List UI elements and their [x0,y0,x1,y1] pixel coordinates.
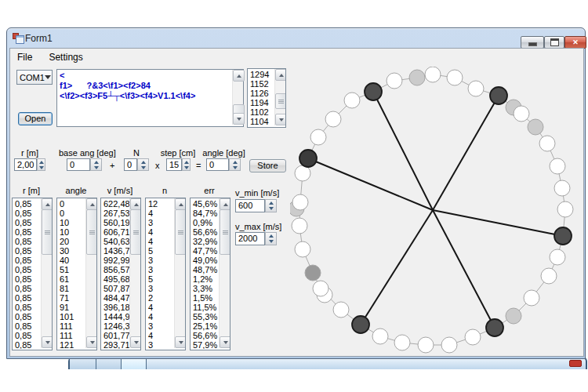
ring-node-selected[interactable] [490,87,507,104]
list-row[interactable]: 495,68 [101,274,129,284]
readings-scrollbar[interactable] [274,69,285,125]
list-row[interactable]: 3 [146,265,174,274]
list-row[interactable]: 32,9% [191,237,219,246]
scroll-down-icon[interactable] [233,113,245,125]
ring-node[interactable] [425,67,441,82]
list-row[interactable]: 45,6% [191,199,219,209]
list-row[interactable]: 396,18 [101,303,129,312]
list-row[interactable]: 606,71 [101,227,129,237]
v-list[interactable]: 622,48267,53560,19606,71540,631436,7992,… [100,198,141,350]
list-row[interactable]: 0,85 [13,274,41,284]
ring-node[interactable] [305,265,321,281]
ring-node[interactable] [344,93,360,108]
list-row[interactable]: 20 [57,237,85,246]
r-list[interactable]: 0,850,850,850,850,850,850,850,850,850,85… [12,198,53,350]
minimize-button[interactable] [521,36,544,49]
list-row[interactable]: 3 [146,218,174,227]
list-row[interactable]: 507,87 [101,284,129,293]
ring-node[interactable] [292,218,307,234]
list-row[interactable]: 0,85 [13,321,41,331]
list-row[interactable]: 5 [146,246,174,256]
list-row[interactable]: 0,85 [13,265,41,274]
list-row[interactable]: 48,7% [191,265,219,274]
ring-node[interactable] [292,194,308,210]
ring-node[interactable] [441,337,457,353]
background-window-tab-active[interactable] [122,358,147,369]
step-stepper[interactable]: 15 [166,158,191,171]
list-row[interactable]: 293,71 [101,340,129,349]
background-window-tab[interactable] [96,358,122,369]
err-list[interactable]: 45,6%84,7%0,9%56,6%32,9%47,7%49,0%48,7%1… [190,198,230,350]
scroll-down-icon[interactable] [130,336,141,348]
list-row[interactable]: 4 [146,312,174,321]
angle-list[interactable]: 0010102030405161817191101111111121 [56,198,97,350]
list-scrollbar[interactable] [219,198,230,348]
list-row[interactable]: 56,6% [191,227,219,237]
list-row[interactable]: 4 [146,227,174,237]
list-scrollbar[interactable] [41,198,52,348]
list-row[interactable]: 0,85 [13,256,41,265]
list-row[interactable]: 992,99 [101,256,129,265]
scroll-down-icon[interactable] [220,336,230,348]
scroll-up-icon[interactable] [42,198,53,210]
v-max-value[interactable]: 2000 [235,232,265,245]
list-row[interactable]: 1,5% [191,293,219,303]
list-row[interactable]: 111 [57,321,85,331]
ring-node[interactable] [550,249,565,265]
list-row[interactable]: 0,85 [13,218,41,227]
list-row[interactable]: 560,19 [101,218,129,227]
list-row[interactable]: 3 [146,321,174,331]
list-row[interactable]: 25,1% [191,321,219,331]
background-window-close-icon[interactable] [569,360,582,367]
list-row[interactable]: 1,2% [191,274,219,284]
base-ang-stepper[interactable]: 0 [67,158,102,171]
ring-node-selected[interactable] [365,83,382,100]
list-row[interactable]: 61 [57,274,85,284]
ring-node[interactable] [539,136,555,151]
list-row[interactable]: 49,0% [191,256,219,265]
scrollbar-thumb[interactable] [220,209,230,255]
ring-node[interactable] [394,335,410,350]
ring-node[interactable] [372,328,388,344]
list-row[interactable]: 0,85 [13,340,41,349]
spinner-icon[interactable] [90,158,102,171]
v-min-stepper[interactable]: 600 [235,199,277,212]
scrollbar-thumb[interactable] [130,209,141,255]
ring-node[interactable] [310,129,326,145]
maximize-button[interactable] [544,36,564,49]
ring-node-selected[interactable] [486,319,503,336]
ring-node[interactable] [524,290,539,306]
list-row[interactable]: 4 [146,331,174,340]
spinner-icon[interactable] [265,232,277,245]
ring-node[interactable] [333,302,349,318]
list-row[interactable]: 91 [57,303,85,312]
list-row[interactable]: 3 [146,284,174,293]
list-row[interactable]: 51 [57,265,85,274]
n-value[interactable]: 0 [124,158,137,171]
ring-node[interactable] [387,73,402,89]
list-row[interactable]: 1444,9 [101,312,129,321]
v-min-value[interactable]: 600 [235,199,265,212]
list-row[interactable]: 0,85 [13,331,41,340]
scroll-up-icon[interactable] [275,69,286,81]
serial-monitor[interactable]: < f1> ?&3<\f1><f2>84 <\f2><f3>F5┴┬<\f3><… [56,69,244,127]
scroll-up-icon[interactable] [86,198,97,210]
menu-settings[interactable]: Settings [42,49,89,66]
r-stepper[interactable]: 2,00 [14,158,45,171]
list-row[interactable]: 4 [146,303,174,312]
scroll-up-icon[interactable] [233,70,245,82]
list-row[interactable]: 1246,3 [101,321,129,331]
ring-node[interactable] [514,106,529,122]
ring-node[interactable] [554,180,570,196]
list-row[interactable]: 4 [146,237,174,246]
list-row[interactable]: 622,48 [101,199,129,209]
reading-row[interactable]: 1294 [248,70,274,79]
spinner-icon[interactable] [265,199,277,212]
scrollbar-thumb[interactable] [86,209,97,255]
list-row[interactable]: 5 [146,274,174,284]
list-scrollbar[interactable] [85,198,96,348]
spinner-icon[interactable] [137,158,149,171]
list-row[interactable]: 71 [57,293,85,303]
ring-node-selected[interactable] [554,227,572,245]
scroll-up-icon[interactable] [220,198,230,210]
